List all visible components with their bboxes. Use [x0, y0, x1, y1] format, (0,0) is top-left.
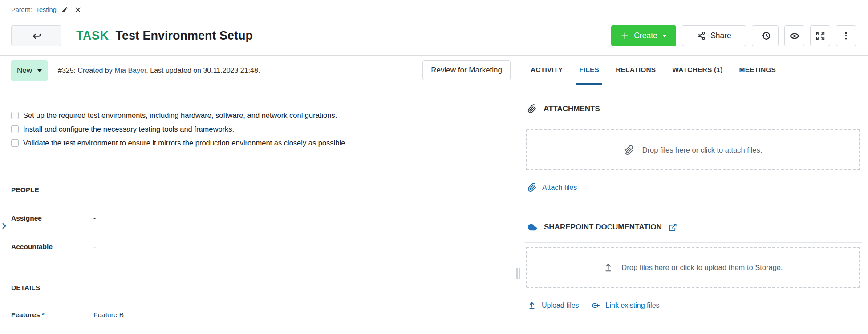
tab-watchers[interactable]: WATCHERS (1) — [672, 55, 722, 85]
workflow-transition-button[interactable]: Review for Marketing — [422, 60, 511, 80]
work-package-page: Parent: Testing TASK Test Environment Se… — [0, 0, 868, 334]
paperclip-icon — [527, 104, 537, 113]
eye-icon — [789, 31, 800, 41]
cloud-icon — [527, 222, 537, 232]
tab-meetings[interactable]: MEETINGS — [739, 55, 776, 85]
upload-icon — [527, 301, 536, 310]
checkbox[interactable] — [11, 112, 19, 119]
plus-icon — [621, 32, 629, 40]
share-icon — [697, 31, 706, 40]
upload-icon — [603, 262, 613, 273]
title-group: TASK Test Environment Setup — [76, 29, 253, 43]
attribute-row-features: Features* Feature B — [11, 310, 503, 320]
create-button-label: Create — [634, 31, 657, 40]
tab-activity[interactable]: ACTIVITY — [531, 55, 563, 85]
storage-dropzone-text: Drop files here or click to upload them … — [621, 263, 783, 272]
checklist-item: Set up the required test environments, i… — [11, 109, 347, 122]
section-divider — [11, 299, 503, 299]
tab-relations[interactable]: RELATIONS — [616, 55, 656, 85]
checklist-item: Install and configure the necessary test… — [11, 122, 347, 136]
status-row: New #325: Created by Mia Bayer. Last upd… — [11, 60, 511, 81]
checklist-item: Validate the test environment to ensure … — [11, 136, 347, 150]
fullscreen-arrows-icon — [815, 31, 825, 41]
author-link[interactable]: Mia Bayer — [114, 67, 146, 74]
checklist-item-text: Set up the required test environments, i… — [23, 111, 337, 120]
features-label-text: Features — [11, 311, 40, 318]
storage-dropzone[interactable]: Drop files here or click to upload them … — [526, 247, 860, 288]
section-divider — [11, 201, 503, 201]
section-divider — [525, 126, 862, 126]
history-clock-icon — [760, 30, 771, 41]
chevron-down-icon — [37, 69, 42, 72]
accountable-value[interactable]: - — [93, 243, 96, 251]
work-package-details-panel: New #325: Created by Mia Bayer. Last upd… — [0, 55, 518, 334]
chevron-right-icon — [0, 221, 8, 231]
work-package-type[interactable]: TASK — [76, 29, 109, 43]
header-actions: Create Share — [611, 25, 856, 46]
page-title[interactable]: Test Environment Setup — [116, 29, 253, 43]
attachments-header: ATTACHMENTS — [527, 104, 600, 113]
people-section-title: PEOPLE — [11, 186, 39, 194]
checkbox[interactable] — [11, 139, 19, 147]
checkbox[interactable] — [11, 125, 19, 133]
back-arrow-icon — [31, 31, 42, 41]
parent-breadcrumb: Parent: Testing — [11, 5, 82, 14]
storage-links-row: Upload files Link existing files — [527, 301, 660, 310]
chevron-down-icon — [662, 35, 667, 37]
assignee-value[interactable]: - — [93, 214, 96, 222]
attachments-title: ATTACHMENTS — [544, 105, 600, 113]
meta-text: #325: Created by Mia Bayer. Last updated… — [58, 60, 260, 81]
attribute-row-accountable: Accountable - — [11, 242, 503, 252]
paperclip-plus-icon — [527, 183, 537, 192]
attachments-dropzone-text: Drop files here or click to attach files… — [642, 146, 763, 154]
sharepoint-title: SHAREPOINT DOCUMENTATION — [544, 223, 662, 232]
attach-files-link[interactable]: Attach files — [527, 183, 577, 192]
tab-files[interactable]: FILES — [579, 55, 599, 85]
status-dropdown[interactable]: New — [11, 60, 48, 81]
link-existing-files-label: Link existing files — [606, 302, 660, 310]
share-button[interactable]: Share — [682, 25, 746, 46]
features-value[interactable]: Feature B — [93, 311, 124, 319]
meta-prefix: #325: Created by — [58, 67, 114, 74]
share-button-label: Share — [710, 31, 731, 40]
activity-history-button[interactable] — [752, 25, 779, 46]
assignee-label: Assignee — [11, 214, 93, 222]
paperclip-icon — [624, 145, 634, 155]
watch-button[interactable] — [784, 25, 804, 46]
create-button[interactable]: Create — [611, 25, 676, 46]
sharepoint-header: SHAREPOINT DOCUMENTATION — [527, 222, 677, 232]
fullscreen-button[interactable] — [810, 25, 830, 46]
status-label: New — [17, 66, 32, 75]
parent-link[interactable]: Testing — [36, 6, 57, 13]
link-existing-files-link[interactable]: Link existing files — [591, 301, 660, 310]
panel-resize-handle[interactable] — [515, 268, 520, 279]
attach-files-label: Attach files — [542, 184, 577, 192]
detail-tabs: ACTIVITY FILES RELATIONS WATCHERS (1) ME… — [518, 55, 868, 85]
checklist-item-text: Validate the test environment to ensure … — [23, 139, 347, 147]
details-section-title: DETAILS — [11, 284, 40, 292]
remove-parent-button[interactable] — [73, 5, 82, 14]
upload-files-link[interactable]: Upload files — [527, 301, 579, 310]
parent-label: Parent: — [11, 6, 32, 13]
more-actions-button[interactable] — [836, 25, 856, 46]
back-button[interactable] — [11, 25, 61, 46]
features-label: Features* — [11, 311, 93, 319]
upload-files-label: Upload files — [542, 302, 579, 310]
files-panel: ACTIVITY FILES RELATIONS WATCHERS (1) ME… — [518, 55, 868, 334]
header: TASK Test Environment Setup Create Share — [11, 25, 856, 46]
kebab-menu-icon — [841, 31, 851, 40]
edit-parent-button[interactable] — [61, 5, 69, 14]
description-checklist: Set up the required test environments, i… — [11, 109, 347, 150]
accountable-label: Accountable — [11, 243, 93, 251]
meta-suffix: . Last updated on 30.11.2023 21:48. — [146, 67, 260, 74]
external-link-icon[interactable] — [669, 223, 677, 232]
close-icon — [74, 6, 81, 13]
link-plus-icon — [591, 301, 600, 310]
collapse-panel-chevron[interactable] — [0, 221, 8, 231]
required-mark: * — [42, 311, 45, 318]
attachments-dropzone[interactable]: Drop files here or click to attach files… — [526, 129, 860, 170]
section-divider — [525, 242, 862, 243]
pencil-icon — [61, 6, 69, 13]
attribute-row-assignee: Assignee - — [11, 213, 503, 223]
checklist-item-text: Install and configure the necessary test… — [23, 125, 234, 133]
